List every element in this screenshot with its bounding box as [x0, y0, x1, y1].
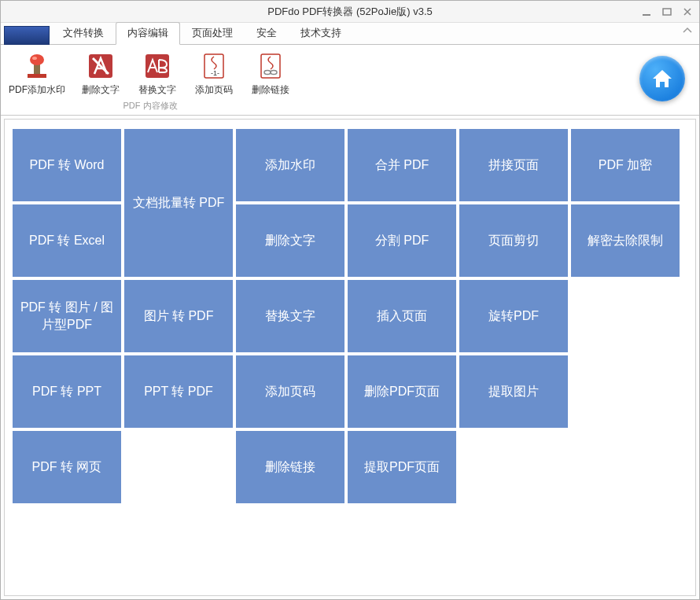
- tab-strip: 文件转换 内容编辑 页面处理 安全 技术支持: [1, 23, 699, 45]
- tile-button[interactable]: PDF 转 网页: [13, 431, 121, 503]
- tile-button[interactable]: 添加页码: [236, 355, 344, 428]
- ribbon: PDF添加水印 删除文字: [1, 45, 699, 116]
- delete-link-icon: [256, 51, 286, 81]
- ribbon-delete-link[interactable]: 删除链接: [248, 50, 293, 100]
- tile-button[interactable]: PDF 转 Excel: [13, 204, 121, 277]
- tile-button[interactable]: 插入页面: [348, 280, 456, 352]
- ribbon-label: 删除链接: [252, 83, 289, 97]
- tile-button[interactable]: PDF 加密: [571, 129, 680, 201]
- tile-button[interactable]: PDF 转 Word: [13, 129, 121, 201]
- tile-button[interactable]: 提取PDF页面: [348, 431, 456, 503]
- tile-button[interactable]: 删除PDF页面: [348, 355, 456, 428]
- ribbon-label: 添加页码: [195, 83, 233, 97]
- tile-button[interactable]: 拼接页面: [459, 129, 568, 201]
- tile-button[interactable]: 添加水印: [236, 129, 344, 201]
- tile-button[interactable]: 删除文字: [236, 204, 344, 277]
- ribbon-group-label: PDF 内容修改: [123, 100, 177, 113]
- ribbon-replace-text[interactable]: 替换文字: [134, 50, 180, 100]
- svg-rect-0: [643, 14, 650, 16]
- tile-button[interactable]: 图片 转 PDF: [124, 280, 233, 352]
- home-button[interactable]: [639, 56, 685, 101]
- tile-button[interactable]: 提取图片: [459, 355, 568, 428]
- collapse-ribbon-icon[interactable]: [682, 26, 693, 37]
- ribbon-delete-text[interactable]: 删除文字: [78, 50, 123, 100]
- content-area: PDF 转 Word文档批量转 PDF添加水印合并 PDF拼接页面PDF 加密P…: [4, 119, 696, 596]
- stamp-icon: [22, 51, 52, 81]
- title-bar: PDFdo PDF转换器 (52PoJie版) v3.5: [1, 1, 699, 23]
- tile-button[interactable]: 分割 PDF: [348, 204, 456, 277]
- tab-support[interactable]: 技术支持: [289, 22, 353, 45]
- minimize-button[interactable]: [639, 5, 654, 19]
- tile-button[interactable]: 合并 PDF: [348, 129, 456, 201]
- window-title: PDFdo PDF转换器 (52PoJie版) v3.5: [267, 5, 433, 19]
- tile-button[interactable]: PDF 转 图片 / 图片型PDF: [13, 280, 121, 352]
- tile-button[interactable]: 页面剪切: [459, 204, 568, 277]
- app-menu-button[interactable]: [4, 26, 50, 45]
- tile-button[interactable]: 旋转PDF: [459, 280, 568, 352]
- ribbon-add-watermark[interactable]: PDF添加水印: [7, 50, 67, 100]
- tile-button[interactable]: PDF 转 PPT: [13, 355, 121, 428]
- svg-point-4: [30, 54, 44, 65]
- app-window: PDFdo PDF转换器 (52PoJie版) v3.5 文件转换 内容编辑 页…: [0, 0, 700, 600]
- ribbon-label: 替换文字: [138, 83, 176, 97]
- svg-point-5: [32, 57, 37, 60]
- tab-security[interactable]: 安全: [245, 22, 289, 45]
- tile-button[interactable]: PPT 转 PDF: [124, 355, 233, 428]
- close-button[interactable]: [680, 5, 694, 19]
- ribbon-add-page-number[interactable]: -1- 添加页码: [191, 50, 237, 100]
- svg-rect-10: [261, 54, 280, 78]
- maximize-button[interactable]: [660, 5, 674, 19]
- tile-button[interactable]: 文档批量转 PDF: [124, 129, 233, 277]
- tile-grid: PDF 转 Word文档批量转 PDF添加水印合并 PDF拼接页面PDF 加密P…: [13, 129, 687, 503]
- add-page-number-icon: -1-: [199, 51, 229, 81]
- tab-page-process[interactable]: 页面处理: [180, 22, 245, 45]
- ribbon-group-content-edit: PDF添加水印 删除文字: [7, 50, 293, 113]
- svg-rect-1: [663, 9, 671, 15]
- ribbon-label: PDF添加水印: [9, 83, 65, 97]
- ribbon-items: PDF添加水印 删除文字: [7, 50, 293, 100]
- tile-button[interactable]: 替换文字: [236, 280, 344, 352]
- tab-file-convert[interactable]: 文件转换: [51, 22, 116, 45]
- home-icon: [650, 67, 674, 90]
- svg-text:-1-: -1-: [211, 69, 219, 77]
- tab-content-edit[interactable]: 内容编辑: [116, 22, 180, 45]
- ribbon-label: 删除文字: [82, 83, 120, 97]
- tile-button[interactable]: 解密去除限制: [571, 204, 680, 277]
- delete-text-icon: [86, 51, 116, 81]
- replace-text-icon: [142, 51, 172, 81]
- window-controls: [639, 1, 694, 22]
- tile-button[interactable]: 删除链接: [236, 431, 344, 503]
- svg-rect-2: [28, 74, 46, 78]
